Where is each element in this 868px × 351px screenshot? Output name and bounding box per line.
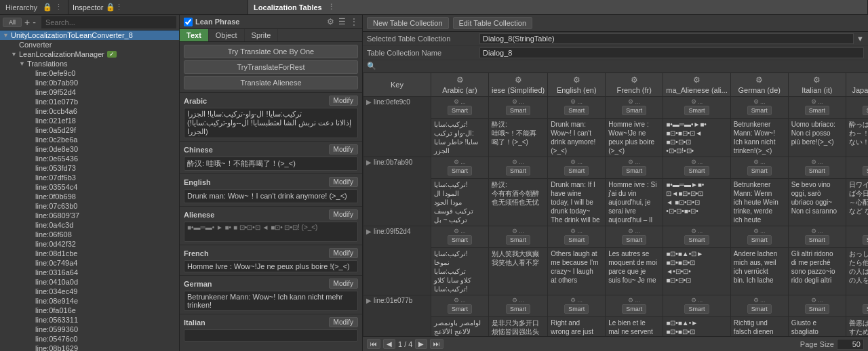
inspector-tab-object[interactable]: Object <box>209 29 245 41</box>
hierarchy-item[interactable]: line:021ef18 <box>0 116 179 125</box>
hierarchy-item[interactable]: line:0599360 <box>0 325 179 334</box>
cell-settings-icon[interactable]: ⚙ <box>570 98 576 105</box>
hierarchy-item[interactable]: line:07c63b0 <box>0 201 179 211</box>
hierarchy-item[interactable]: line:07df6b3 <box>0 173 179 182</box>
hierarchy-item[interactable]: line:08d1cbe <box>0 249 179 258</box>
modify-button[interactable]: Modify <box>329 96 358 106</box>
inspector-tab-sprite[interactable]: Sprite <box>245 29 279 41</box>
smart-button[interactable]: Smart <box>863 166 868 176</box>
cell-settings-icon[interactable]: ⚙ <box>691 159 696 165</box>
smart-button[interactable]: Smart <box>805 106 829 115</box>
hierarchy-item[interactable]: line:08b1629 <box>0 344 179 351</box>
smart-button[interactable]: Smart <box>684 235 709 245</box>
edit-table-collection-button[interactable]: Edit Table Collection <box>453 17 532 29</box>
hierarchy-item[interactable]: line:0410a0d <box>0 277 179 287</box>
smart-button[interactable]: Smart <box>564 166 589 176</box>
cell-settings-icon[interactable]: ⚙ <box>512 297 517 304</box>
smart-button[interactable]: Smart <box>863 106 868 115</box>
hierarchy-item[interactable]: line:034ec49 <box>0 287 179 296</box>
inspector-action-button[interactable]: Translate Alienese <box>184 76 358 89</box>
cell-settings-icon[interactable]: ⚙ <box>691 228 696 234</box>
hierarchy-minus-icon[interactable]: - <box>33 17 36 28</box>
hierarchy-item[interactable]: line:053fd73 <box>0 163 179 173</box>
page-size-input[interactable] <box>837 339 864 350</box>
cell-settings-icon[interactable]: ⚙ <box>570 159 576 165</box>
smart-button[interactable]: Smart <box>684 304 709 314</box>
inspector-icon-2[interactable]: ☰ <box>338 17 346 26</box>
hierarchy-item[interactable]: line:0d42f32 <box>0 239 179 249</box>
smart-button[interactable]: Smart <box>747 106 772 115</box>
hierarchy-add-icon[interactable]: + <box>24 17 30 28</box>
smart-button[interactable]: Smart <box>622 304 646 314</box>
cell-settings-icon[interactable]: ⚙ <box>811 228 816 234</box>
cell-settings-icon[interactable]: ⚙ <box>753 297 759 304</box>
cell-settings-icon[interactable]: ⚙ <box>628 159 633 165</box>
smart-button[interactable]: Smart <box>747 166 772 176</box>
hierarchy-item[interactable]: line:0563311 <box>0 315 179 325</box>
modify-button[interactable]: Modify <box>329 144 358 154</box>
cell-settings-icon[interactable]: ⚙ <box>753 159 759 165</box>
inspector-icon-3[interactable]: ⋮ <box>350 17 358 26</box>
cell-settings-icon[interactable]: ⚙ <box>570 228 576 234</box>
smart-button[interactable]: Smart <box>564 235 589 245</box>
smart-button[interactable]: Smart <box>564 304 589 314</box>
hierarchy-item[interactable]: line:0c749a4 <box>0 258 179 268</box>
smart-button[interactable]: Smart <box>747 235 772 245</box>
hierarchy-item[interactable]: line:0efe9c0 <box>0 68 179 78</box>
cell-settings-icon[interactable]: ⚙ <box>811 159 816 165</box>
cell-settings-icon[interactable]: ⚙ <box>512 98 517 105</box>
hierarchy-item[interactable]: ▼Translations <box>0 59 179 68</box>
row-expand-icon[interactable]: ▶ <box>366 297 372 304</box>
hierarchy-item[interactable]: line:0a4c3d <box>0 220 179 230</box>
inspector-action-button[interactable]: TryTranslateForRest <box>184 60 358 74</box>
hierarchy-item[interactable]: line:05476c0 <box>0 334 179 344</box>
smart-button[interactable]: Smart <box>805 166 829 176</box>
hierarchy-search[interactable] <box>41 16 176 28</box>
hierarchy-item[interactable]: Converter <box>0 40 179 49</box>
cell-settings-icon[interactable]: ⚙ <box>811 297 816 304</box>
smart-button[interactable]: Smart <box>448 235 472 245</box>
hierarchy-item[interactable]: line:0a5d29f <box>0 125 179 135</box>
modify-button[interactable]: Modify <box>329 209 358 220</box>
hierarchy-all-button[interactable]: All <box>3 18 22 27</box>
hierarchy-item[interactable]: line:06f608 <box>0 230 179 239</box>
row-expand-icon[interactable]: ▶ <box>366 159 372 166</box>
smart-button[interactable]: Smart <box>448 166 472 176</box>
cell-settings-icon[interactable]: ⚙ <box>753 98 759 105</box>
smart-button[interactable]: Smart <box>684 106 709 115</box>
nav-next-button[interactable]: ▶ <box>415 339 427 349</box>
hierarchy-item[interactable]: line:06809'37 <box>0 211 179 220</box>
nav-first-button[interactable]: ⏮ <box>367 339 380 349</box>
hierarchy-item[interactable]: line:0ccb4a6 <box>0 106 179 116</box>
cell-settings-icon[interactable]: ⚙ <box>454 159 459 165</box>
cell-settings-icon[interactable]: ⚙ <box>753 228 759 234</box>
smart-button[interactable]: Smart <box>747 304 772 314</box>
col-settings-icon[interactable]: ⚙ <box>693 75 701 85</box>
col-settings-icon[interactable]: ⚙ <box>813 75 821 85</box>
modify-button[interactable]: Modify <box>329 177 358 187</box>
smart-button[interactable]: Smart <box>506 304 530 314</box>
inspector-action-button[interactable]: Try Translate One By One <box>184 45 358 58</box>
hierarchy-item[interactable]: ▼LeanLocalizationManager✓ <box>0 49 179 59</box>
cell-settings-icon[interactable]: ⚙ <box>628 98 633 105</box>
modify-button[interactable]: Modify <box>329 278 358 289</box>
hierarchy-item[interactable]: ▼UnityLocalizationToLeanConverter_8 <box>0 30 179 40</box>
smart-button[interactable]: Smart <box>622 166 646 176</box>
cell-settings-icon[interactable]: ⚙ <box>628 297 633 304</box>
smart-button[interactable]: Smart <box>622 235 646 245</box>
hierarchy-item[interactable]: line:0de8e30 <box>0 144 179 154</box>
cell-settings-icon[interactable]: ⚙ <box>454 98 459 105</box>
hierarchy-item[interactable]: line:0f0b698 <box>0 192 179 201</box>
cell-settings-icon[interactable]: ⚙ <box>512 159 517 165</box>
smart-button[interactable]: Smart <box>506 235 530 245</box>
cell-settings-icon[interactable]: ⚙ <box>628 228 633 234</box>
inspector-icon-1[interactable]: ⚙ <box>327 17 334 26</box>
smart-button[interactable]: Smart <box>506 106 530 115</box>
cell-settings-icon[interactable]: ⚙ <box>691 297 696 304</box>
cell-settings-icon[interactable]: ⚙ <box>811 98 816 105</box>
hierarchy-item[interactable]: line:09f52d4 <box>0 87 179 97</box>
inspector-tab-text[interactable]: Text <box>180 29 209 41</box>
smart-button[interactable]: Smart <box>564 106 589 115</box>
smart-button[interactable]: Smart <box>506 166 530 176</box>
selected-table-dropdown-icon[interactable]: ▼ <box>856 35 864 43</box>
